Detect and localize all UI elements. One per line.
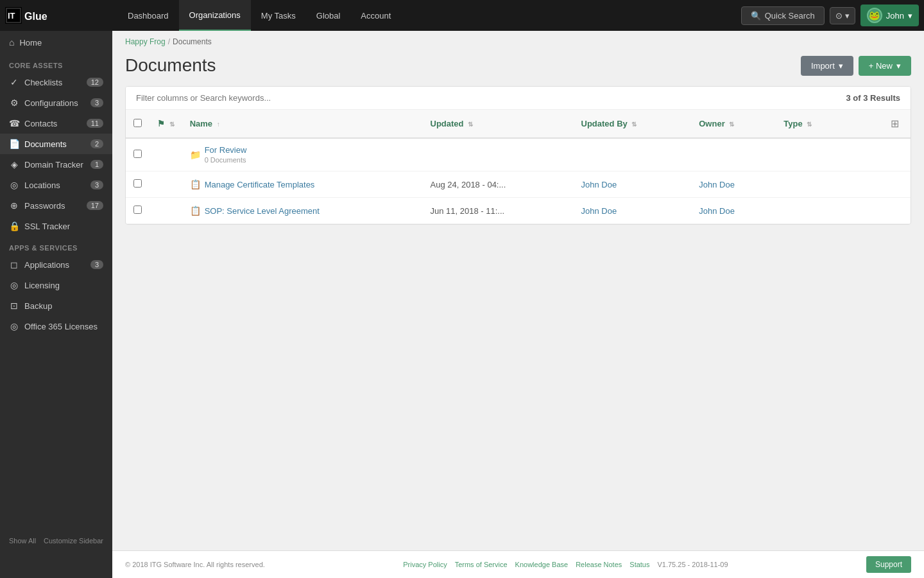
document-link[interactable]: 📋 SOP: Service Level Agreement	[190, 206, 415, 216]
user-menu-button[interactable]: 🐸 John ▾	[860, 4, 919, 26]
sidebar-item-contacts[interactable]: ☎ Contacts 11	[0, 113, 112, 134]
row-checkbox-cell[interactable]	[126, 138, 150, 171]
th-updated-label: Updated	[431, 119, 464, 128]
table-row: 📋 SOP: Service Level Agreement Jun 11, 2…	[126, 198, 911, 224]
quick-search-button[interactable]: 🔍 Quick Search	[741, 6, 825, 25]
import-button[interactable]: Import ▾	[801, 56, 853, 76]
sidebar-item-home[interactable]: ⌂ Home	[0, 31, 112, 54]
updated-by-link[interactable]: John Doe	[581, 180, 617, 189]
owner-link[interactable]: John Doe	[699, 206, 735, 216]
row-name-text: SOP: Service Level Agreement	[205, 206, 320, 216]
delete-button[interactable]: 🗑	[890, 204, 903, 217]
sidebar-item-label: Configurations	[24, 98, 78, 108]
office365-icon: ◎	[9, 321, 19, 331]
row-checkbox-cell[interactable]	[126, 198, 150, 224]
th-name[interactable]: Name ↑	[182, 110, 423, 138]
lock-button[interactable]: 🔒	[871, 204, 886, 217]
new-button[interactable]: + New ▾	[859, 56, 911, 76]
new-label: + New	[869, 61, 893, 71]
customize-sidebar-link[interactable]: Customize Sidebar	[44, 537, 103, 545]
sidebar-item-label: Applications	[24, 260, 69, 270]
sidebar-item-label: Passwords	[24, 201, 65, 211]
delete-button[interactable]: 🗑	[890, 148, 903, 161]
sort-icon: ⇅	[631, 121, 637, 128]
ssl-tracker-icon: 🔒	[9, 221, 19, 231]
th-select-all[interactable]	[126, 110, 150, 138]
sidebar-section-core-assets: Core Assets	[0, 54, 112, 72]
row-checkbox-cell[interactable]	[126, 171, 150, 198]
logo-area: IT Glue	[5, 6, 117, 25]
folder-name: For Review 0 Documents	[205, 145, 247, 164]
main-layout: ⌂ Home Core Assets ✓ Checklists 12 ⚙ Con…	[0, 31, 924, 578]
terms-of-service-link[interactable]: Terms of Service	[455, 561, 508, 568]
locations-icon: ◎	[9, 180, 19, 190]
sidebar-item-licensing[interactable]: ◎ Licensing	[0, 275, 112, 295]
filter-input[interactable]	[136, 93, 846, 103]
folder-link[interactable]: 📁 For Review 0 Documents	[190, 145, 415, 164]
header-actions: Import ▾ + New ▾	[801, 56, 911, 76]
edit-button[interactable]: ✎	[856, 178, 868, 191]
sidebar-item-label: SSL Tracker	[24, 222, 70, 231]
row-checkbox[interactable]	[133, 206, 142, 214]
sort-icon: ↑	[217, 121, 220, 128]
privacy-policy-link[interactable]: Privacy Policy	[403, 561, 447, 568]
breadcrumb: Happy Frog / Documents	[112, 31, 924, 49]
sidebar-item-ssl-tracker[interactable]: 🔒 SSL Tracker	[0, 216, 112, 236]
column-toggle-button[interactable]: ⊞	[887, 116, 903, 131]
th-flag[interactable]: ⚑ ⇅	[150, 110, 182, 138]
nav-organizations[interactable]: Organizations	[179, 0, 251, 31]
sort-icon: ⇅	[468, 121, 473, 128]
th-updated-by[interactable]: Updated By ⇅	[574, 110, 692, 138]
release-notes-link[interactable]: Release Notes	[576, 561, 622, 568]
th-owner[interactable]: Owner ⇅	[691, 110, 776, 138]
domain-tracker-badge: 1	[90, 160, 103, 169]
sidebar-item-domain-tracker[interactable]: ◈ Domain Tracker 1	[0, 154, 112, 175]
th-updated[interactable]: Updated ⇅	[423, 110, 574, 138]
nav-mytasks[interactable]: My Tasks	[251, 0, 306, 31]
sidebar-item-configurations[interactable]: ⚙ Configurations 3	[0, 92, 112, 113]
owner-link[interactable]: John Doe	[699, 180, 735, 189]
updated-by-link[interactable]: John Doe	[581, 206, 617, 216]
contacts-icon: ☎	[9, 118, 19, 128]
status-link[interactable]: Status	[629, 561, 649, 568]
document-link[interactable]: 📋 Manage Certificate Templates	[190, 179, 415, 189]
lock-button[interactable]: 🔒	[871, 148, 886, 161]
breadcrumb-current: Documents	[173, 37, 212, 46]
row-checkbox[interactable]	[133, 179, 142, 188]
sidebar-item-passwords[interactable]: ⊕ Passwords 17	[0, 195, 112, 216]
locations-badge: 3	[90, 180, 103, 189]
sidebar-item-documents[interactable]: 📄 Documents 2	[0, 134, 112, 154]
row-type-cell	[776, 138, 848, 171]
knowledge-base-link[interactable]: Knowledge Base	[515, 561, 569, 568]
sidebar-item-office365[interactable]: ◎ Office 365 Licenses	[0, 316, 112, 337]
select-all-checkbox[interactable]	[133, 119, 142, 127]
nav-account[interactable]: Account	[350, 0, 401, 31]
sidebar-item-label: Documents	[24, 139, 67, 149]
th-column-toggle[interactable]: ⊞	[848, 110, 911, 138]
nav-dashboard[interactable]: Dashboard	[117, 0, 179, 31]
sidebar-item-checklists[interactable]: ✓ Checklists 12	[0, 72, 112, 92]
support-button[interactable]: Support	[866, 556, 911, 573]
lock-button[interactable]: 🔒	[871, 178, 886, 191]
nav-global[interactable]: Global	[306, 0, 351, 31]
documents-table-container: 3 of 3 Results ⚑ ⇅	[125, 86, 911, 225]
sidebar-item-locations[interactable]: ◎ Locations 3	[0, 175, 112, 195]
sidebar-footer: Show All Customize Sidebar	[0, 529, 112, 552]
itglue-logo[interactable]: IT Glue	[5, 6, 82, 25]
th-type[interactable]: Type ⇅	[776, 110, 848, 138]
page-content: Documents Import ▾ + New ▾ 3	[112, 49, 924, 550]
row-checkbox[interactable]	[133, 150, 142, 158]
row-actions-cell: ✎ 🔒 🗑	[848, 171, 911, 198]
sidebar-item-applications[interactable]: ◻ Applications 3	[0, 254, 112, 275]
edit-button[interactable]: ✎	[856, 204, 868, 217]
sidebar-item-label: Contacts	[24, 119, 57, 128]
show-all-link[interactable]: Show All	[9, 537, 36, 545]
documents-table: ⚑ ⇅ Name ↑ Updated ⇅	[126, 110, 911, 224]
delete-button[interactable]: 🗑	[890, 178, 903, 191]
row-updated-cell	[423, 138, 574, 171]
history-button[interactable]: ⊙ ▾	[830, 7, 855, 24]
breadcrumb-org-link[interactable]: Happy Frog	[125, 37, 166, 46]
sidebar-item-backup[interactable]: ⊡ Backup	[0, 295, 112, 316]
flag-icon: ⚑	[157, 119, 165, 128]
th-type-label: Type	[783, 119, 802, 128]
